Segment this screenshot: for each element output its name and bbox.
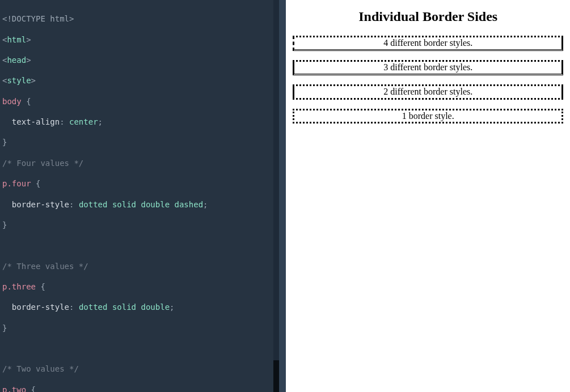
preview-heading: Individual Border Sides [293,8,563,25]
preview-paragraph-four: 4 different border styles. [293,36,563,51]
code-selector-four: p.four [2,179,31,188]
code-prop-text-align: text-align [12,117,60,126]
preview-paragraph-one: 1 border style. [293,109,563,124]
preview-paragraph-three: 3 different border styles. [293,60,563,75]
code-tag-head: head [7,56,26,65]
editor-scrollbar-track[interactable] [273,0,279,392]
code-tag-style: style [7,76,31,85]
preview-paragraph-two: 2 different border styles. [293,84,563,100]
editor-scrollbar-thumb[interactable] [273,360,279,392]
code-content[interactable]: <!DOCTYPE html> <html> <head> <style> bo… [2,3,275,392]
code-selector-three: p.three [2,282,36,291]
code-comment-three: /* Three values */ [2,262,88,271]
code-comment-two: /* Two values */ [2,364,79,373]
code-comment-four: /* Four values */ [2,159,83,168]
code-tag-html: html [7,35,26,44]
code-selector-body: body [2,97,22,106]
code-doctype: <!DOCTYPE html> [2,14,74,23]
pane-divider[interactable] [279,0,286,392]
code-selector-two: p.two [2,385,26,392]
code-editor-pane[interactable]: <!DOCTYPE html> <html> <head> <style> bo… [0,0,279,392]
preview-pane: Individual Border Sides 4 different bord… [286,0,570,392]
